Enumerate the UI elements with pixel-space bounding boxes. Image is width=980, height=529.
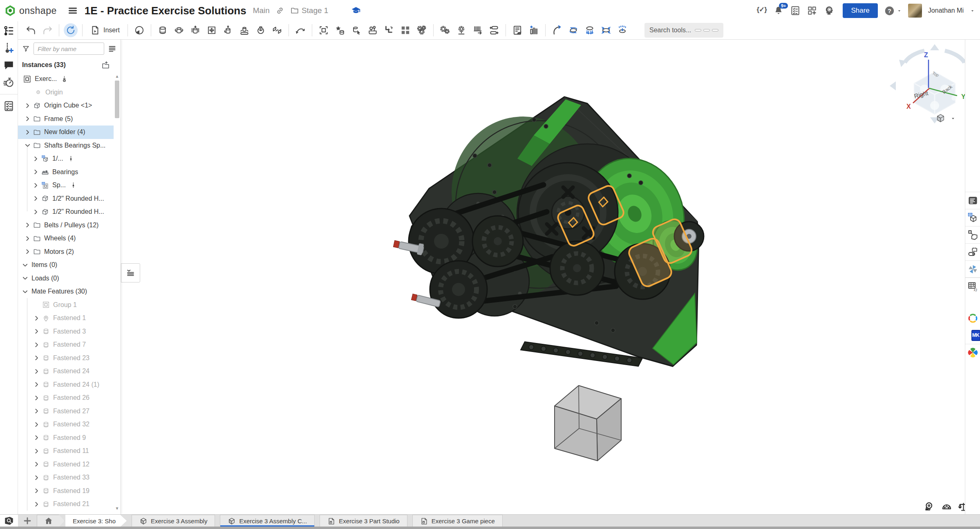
tree-row[interactable]: Fastened 27 — [18, 405, 114, 418]
right-rail-button[interactable] — [965, 260, 980, 278]
right-rail-button[interactable] — [965, 226, 980, 243]
expander-icon[interactable] — [25, 103, 31, 109]
toolbar-button[interactable] — [188, 23, 202, 37]
tree-row[interactable]: Wheels (4) — [18, 232, 114, 245]
tree-item-label[interactable]: Belts / Pulleys (12) — [44, 222, 98, 229]
tree-row[interactable]: Fastened 12 — [18, 458, 114, 471]
tree-item-label[interactable]: Fastened 12 — [53, 461, 89, 468]
share-button[interactable]: Share — [843, 3, 877, 18]
tree-row[interactable]: Origin Cube <1> — [18, 99, 114, 112]
toolbar-button[interactable] — [487, 23, 501, 37]
expander-icon[interactable] — [25, 142, 31, 148]
tree-row[interactable]: Fastened 23 — [18, 352, 114, 365]
tree-item-label[interactable]: Origin — [45, 89, 63, 96]
tree-item-label[interactable]: Shafts Bearings Sp... — [44, 142, 105, 149]
tree-row[interactable]: Mate Features (30) — [18, 285, 114, 298]
toolbar-button[interactable] — [583, 23, 597, 37]
toolbar-button[interactable] — [254, 23, 268, 37]
expander-icon[interactable] — [34, 381, 40, 388]
toolbar-button[interactable] — [349, 23, 363, 37]
tree-item-label[interactable]: Frame (5) — [44, 115, 73, 123]
toolbar-button[interactable] — [550, 23, 564, 37]
tree-row[interactable]: Fastened 9 — [18, 431, 114, 445]
expander-icon[interactable] — [34, 488, 40, 494]
tree-row[interactable]: Fastened 21 — [18, 498, 114, 511]
tree-item-extra-icon[interactable] — [61, 76, 68, 83]
filter-icon[interactable] — [22, 45, 30, 53]
toolbar-button[interactable] — [221, 23, 235, 37]
expander-icon[interactable] — [34, 435, 40, 441]
tree-row[interactable]: Fastened 33 — [18, 471, 114, 484]
toolbar-button[interactable] — [510, 23, 524, 37]
tree-row[interactable]: Fastened 26 — [18, 391, 114, 405]
search-tools[interactable]: Search tools... — [644, 23, 723, 38]
expander-icon[interactable] — [25, 116, 31, 122]
tree-row[interactable]: Fastened 11 — [18, 444, 114, 458]
left-rail-button[interactable] — [3, 25, 15, 37]
expander-icon[interactable] — [33, 169, 39, 175]
tree-row[interactable]: 1/... — [18, 152, 114, 166]
expander-icon[interactable] — [34, 315, 40, 321]
toolbar-button[interactable] — [506, 24, 506, 36]
left-rail-button[interactable] — [3, 76, 15, 88]
document-title[interactable]: 1E - Practice Exercise Solutions — [85, 4, 246, 17]
expander-icon[interactable] — [25, 249, 31, 255]
document-tab[interactable]: Exercise 3 Assembly — [132, 515, 215, 527]
tree-item-label[interactable]: Mate Features (30) — [31, 288, 87, 295]
toolbar-button[interactable] — [545, 24, 546, 36]
toolbar-button[interactable] — [454, 23, 468, 37]
expander-icon[interactable] — [34, 461, 40, 467]
toolbar-button[interactable]: Insert — [87, 23, 123, 37]
tree-item-label[interactable]: Fastened 24 — [53, 368, 89, 375]
tree-row[interactable]: Fastened 24 (1) — [18, 378, 114, 392]
tree-row[interactable]: Fastened 19 — [18, 484, 114, 498]
toolbar-button[interactable] — [398, 23, 412, 37]
tree-row[interactable]: Motors (2) — [18, 245, 114, 259]
tape-measure-icon[interactable] — [924, 501, 935, 512]
onshape-logo[interactable]: onshape — [4, 4, 57, 17]
right-rail-button[interactable] — [965, 243, 980, 260]
tree-item-label[interactable]: Loads (0) — [31, 275, 59, 282]
apps-icon[interactable] — [807, 5, 817, 16]
workspace-name[interactable]: Main — [253, 6, 270, 15]
toolbar-button[interactable] — [59, 24, 59, 36]
document-tab[interactable]: Exercise 3: Sho — [65, 515, 127, 527]
tree-item-label[interactable]: 1/2" Rounded H... — [52, 195, 104, 202]
expander-icon[interactable] — [34, 342, 40, 348]
tree-row[interactable]: Fastened 3 — [18, 325, 114, 338]
toolbar-button[interactable] — [172, 23, 186, 37]
user-name[interactable]: Jonathan Mi — [928, 7, 964, 14]
user-menu-caret-icon[interactable] — [970, 8, 975, 13]
viewport-3d-scene[interactable]: Z Y X Right Back Top — [0, 0, 980, 529]
tree-item-label[interactable]: Fastened 1 — [53, 314, 86, 322]
tree-item-extra-icon[interactable] — [67, 155, 74, 162]
tree-item-label[interactable]: Fastened 23 — [53, 354, 89, 362]
tree-row[interactable]: Fastened 7 — [18, 338, 114, 352]
tree-row[interactable]: New folder (4) — [18, 126, 114, 139]
right-rail-button[interactable]: MK — [965, 327, 980, 344]
filter-input[interactable] — [34, 43, 104, 55]
scrollbar-thumb[interactable] — [115, 81, 119, 118]
toolbar-button[interactable] — [333, 23, 347, 37]
tree-row[interactable]: Shafts Bearings Sp... — [18, 139, 114, 152]
tree-item-extra-icon[interactable] — [70, 182, 77, 189]
expander-icon[interactable] — [22, 262, 28, 268]
tree-item-label[interactable]: Group 1 — [53, 301, 77, 309]
toolbar-button[interactable] — [317, 23, 331, 37]
tree-row[interactable]: Origin — [18, 86, 114, 99]
tree-row[interactable]: Bearings — [18, 166, 114, 179]
tree-row[interactable]: Exerc... — [18, 72, 114, 86]
toolbar-button[interactable] — [151, 24, 151, 36]
toolbar-button[interactable] — [438, 23, 452, 37]
toolbar-button[interactable] — [366, 23, 380, 37]
toolbar-button[interactable] — [128, 24, 128, 36]
toolbar-button[interactable] — [289, 24, 289, 36]
expander-icon[interactable] — [25, 222, 31, 228]
expander-icon[interactable] — [34, 302, 40, 308]
tree-item-label[interactable]: Fastened 33 — [53, 474, 89, 481]
tree-item-label[interactable]: Items (0) — [31, 261, 57, 269]
tree-item-label[interactable]: Fastened 32 — [53, 421, 89, 428]
tree-item-label[interactable]: Fastened 24 (1) — [53, 381, 99, 388]
left-rail-button[interactable] — [0, 94, 18, 94]
right-rail-button[interactable] — [965, 192, 980, 209]
